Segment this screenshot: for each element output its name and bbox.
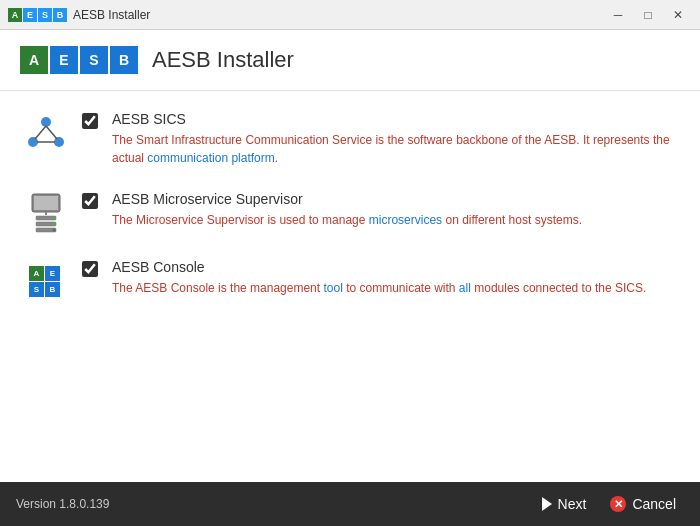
component-item-microservice: AESB Microservice Supervisor The Microse… bbox=[24, 191, 676, 235]
microservice-text: AESB Microservice Supervisor The Microse… bbox=[112, 191, 676, 229]
next-arrow-icon bbox=[542, 497, 552, 511]
microservice-checkbox-wrap[interactable] bbox=[82, 193, 98, 213]
next-label: Next bbox=[558, 496, 587, 512]
cancel-label: Cancel bbox=[632, 496, 676, 512]
svg-point-12 bbox=[53, 223, 56, 226]
svg-point-0 bbox=[41, 117, 51, 127]
logo-e: E bbox=[23, 8, 37, 22]
header-logo-b: B bbox=[110, 46, 138, 74]
footer-buttons: Next ✕ Cancel bbox=[534, 492, 684, 516]
sics-text: AESB SICS The Smart Infrastructure Commu… bbox=[112, 111, 676, 167]
sics-checkbox[interactable] bbox=[82, 113, 98, 129]
console-checkbox-wrap[interactable] bbox=[82, 261, 98, 281]
server-icon bbox=[24, 191, 68, 235]
minimize-button[interactable]: ─ bbox=[604, 5, 632, 25]
svg-point-13 bbox=[53, 229, 56, 232]
cancel-button[interactable]: ✕ Cancel bbox=[602, 492, 684, 516]
microservice-checkbox[interactable] bbox=[82, 193, 98, 209]
next-button[interactable]: Next bbox=[534, 492, 595, 516]
title-bar-logo: A E S B bbox=[8, 8, 67, 22]
console-logo-icon: A E S B bbox=[24, 259, 68, 303]
component-item-console: A E S B AESB Console The AESB Console is… bbox=[24, 259, 676, 303]
sics-checkbox-wrap[interactable] bbox=[82, 113, 98, 133]
title-bar: A E S B AESB Installer ─ □ ✕ bbox=[0, 0, 700, 30]
svg-line-4 bbox=[46, 126, 57, 139]
console-desc: The AESB Console is the management tool … bbox=[112, 279, 676, 297]
close-button[interactable]: ✕ bbox=[664, 5, 692, 25]
logo-s: S bbox=[38, 8, 52, 22]
svg-line-3 bbox=[35, 126, 46, 139]
microservice-name: AESB Microservice Supervisor bbox=[112, 191, 676, 207]
svg-point-1 bbox=[28, 137, 38, 147]
cancel-circle-icon: ✕ bbox=[610, 496, 626, 512]
logo-b: B bbox=[53, 8, 67, 22]
main-content: AESB SICS The Smart Infrastructure Commu… bbox=[0, 91, 700, 482]
sics-desc: The Smart Infrastructure Communication S… bbox=[112, 131, 676, 167]
logo-a: A bbox=[8, 8, 22, 22]
component-item-sics: AESB SICS The Smart Infrastructure Commu… bbox=[24, 111, 676, 167]
console-logo-b: B bbox=[45, 282, 60, 297]
title-bar-left: A E S B AESB Installer bbox=[8, 8, 150, 22]
header-logo-e: E bbox=[50, 46, 78, 74]
console-text: AESB Console The AESB Console is the man… bbox=[112, 259, 676, 297]
microservice-desc: The Microservice Supervisor is used to m… bbox=[112, 211, 676, 229]
maximize-button[interactable]: □ bbox=[634, 5, 662, 25]
svg-rect-7 bbox=[34, 196, 58, 210]
header-logo: A E S B bbox=[20, 46, 138, 74]
header: A E S B AESB Installer bbox=[0, 30, 700, 91]
console-logo-e: E bbox=[45, 266, 60, 281]
console-logo-s: S bbox=[29, 282, 44, 297]
header-logo-a: A bbox=[20, 46, 48, 74]
svg-point-2 bbox=[54, 137, 64, 147]
title-bar-title: AESB Installer bbox=[73, 8, 150, 22]
footer: Version 1.8.0.139 Next ✕ Cancel bbox=[0, 482, 700, 526]
version-label: Version 1.8.0.139 bbox=[16, 497, 109, 511]
svg-point-11 bbox=[53, 217, 56, 220]
console-checkbox[interactable] bbox=[82, 261, 98, 277]
network-icon bbox=[24, 111, 68, 155]
title-bar-controls: ─ □ ✕ bbox=[604, 5, 692, 25]
console-logo-a: A bbox=[29, 266, 44, 281]
header-title: AESB Installer bbox=[152, 47, 294, 73]
header-logo-s: S bbox=[80, 46, 108, 74]
console-name: AESB Console bbox=[112, 259, 676, 275]
sics-name: AESB SICS bbox=[112, 111, 676, 127]
